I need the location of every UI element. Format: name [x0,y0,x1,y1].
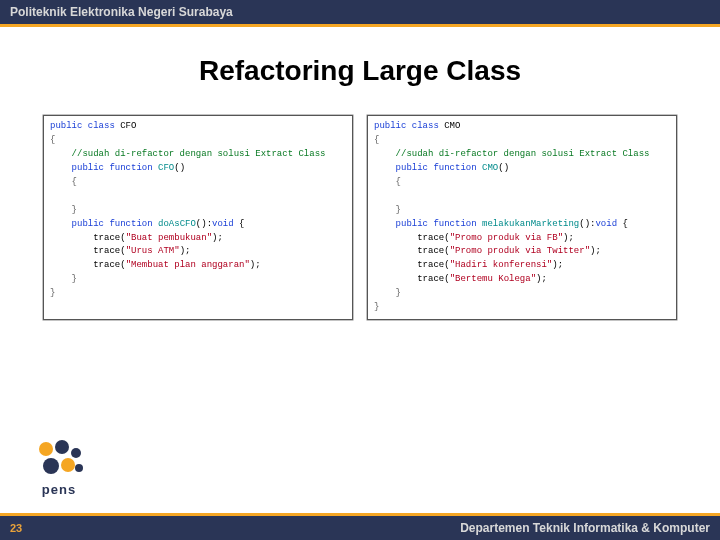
institution-name: Politeknik Elektronika Negeri Surabaya [10,5,233,19]
fn-name: doAsCFO [158,219,196,229]
brace: { [50,177,77,187]
semi: ); [536,274,547,284]
keyword: public class [50,121,115,131]
semi: ); [563,233,574,243]
keyword: public function [374,163,482,173]
code-panel-right: public class CMO { //sudah di-refactor d… [367,115,677,320]
slide-title: Refactoring Large Class [0,55,720,87]
brace: } [50,274,77,284]
string: "Membuat plan anggaran" [126,260,250,270]
sig: (): [579,219,595,229]
call: trace( [374,233,450,243]
ret-type: void [212,219,234,229]
paren: () [174,163,185,173]
call: trace( [374,274,450,284]
brace: { [374,135,379,145]
header-bar: Politeknik Elektronika Negeri Surabaya [0,0,720,24]
class-name: CMO [439,121,461,131]
semi: ); [180,246,191,256]
footer-bar: 23 Departemen Teknik Informatika & Kompu… [0,516,720,540]
logo-text: pens [42,482,76,497]
sig: (): [196,219,212,229]
brace: { [50,135,55,145]
footer: 23 Departemen Teknik Informatika & Kompu… [0,513,720,540]
ret-type: void [595,219,617,229]
brace: } [50,205,77,215]
call: trace( [374,246,450,256]
keyword: public function [374,219,482,229]
string: "Promo produk via FB" [450,233,563,243]
tail: { [234,219,245,229]
keyword: public class [374,121,439,131]
header-divider [0,24,720,27]
call: trace( [50,246,126,256]
keyword: public function [50,219,158,229]
string: "Urus ATM" [126,246,180,256]
string: "Promo produk via Twitter" [450,246,590,256]
brace: { [374,177,401,187]
fn-name: melakukanMarketing [482,219,579,229]
semi: ); [250,260,261,270]
code-row: public class CFO { //sudah di-refactor d… [0,115,720,320]
call: trace( [374,260,450,270]
comment: //sudah di-refactor dengan solusi Extrac… [50,149,325,159]
semi: ); [212,233,223,243]
semi: ); [590,246,601,256]
code-panel-left: public class CFO { //sudah di-refactor d… [43,115,353,320]
page-number: 23 [10,522,32,534]
tail: { [617,219,628,229]
class-name: CFO [115,121,137,131]
logo-mark-icon [35,440,83,480]
paren: () [498,163,509,173]
keyword: public function [50,163,158,173]
brace: } [50,288,55,298]
brace: } [374,288,401,298]
department-name: Departemen Teknik Informatika & Komputer [460,521,710,535]
string: "Hadiri konferensi" [450,260,553,270]
fn-name: CMO [482,163,498,173]
call: trace( [50,233,126,243]
semi: ); [552,260,563,270]
string: "Bertemu Kolega" [450,274,536,284]
string: "Buat pembukuan" [126,233,212,243]
fn-name: CFO [158,163,174,173]
brace: } [374,302,379,312]
pens-logo: pens [24,440,94,510]
comment: //sudah di-refactor dengan solusi Extrac… [374,149,649,159]
brace: } [374,205,401,215]
call: trace( [50,260,126,270]
